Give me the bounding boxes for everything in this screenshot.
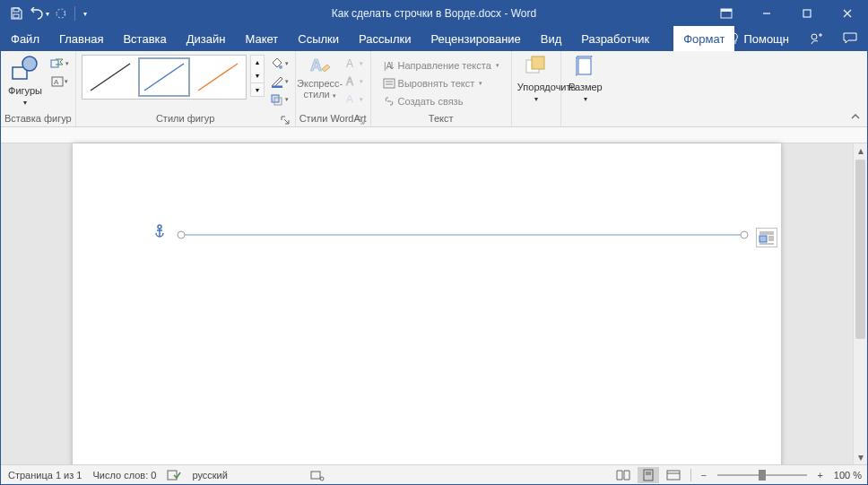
dialog-launcher-icon[interactable]	[280, 114, 291, 126]
shape-fill-button[interactable]: ▾	[270, 55, 290, 73]
group-label: Вставка фигур	[4, 112, 72, 126]
draw-textbox-button[interactable]: A▾	[49, 73, 69, 91]
svg-rect-0	[13, 8, 19, 12]
layout-options-button[interactable]	[756, 228, 777, 247]
title-bar: ▾ ▾ Как сделать строчки в Ворде.docx - W…	[1, 1, 867, 26]
tab-review[interactable]: Рецензирование	[421, 26, 530, 51]
align-text-button[interactable]: Выровнять текст▾	[380, 74, 502, 91]
vertical-scrollbar[interactable]: ▴ ▾	[853, 143, 867, 464]
group-arrange: Упорядочить▾	[512, 51, 561, 126]
horizontal-ruler[interactable]	[1, 127, 867, 143]
tell-me-button[interactable]: Помощн	[719, 32, 799, 46]
quick-access-toolbar: ▾ ▾	[1, 4, 97, 23]
group-text: |A Направление текста▾ Выровнять текст▾ …	[371, 51, 512, 126]
zoom-out-button[interactable]: −	[698, 467, 710, 483]
group-label: Стили фигур	[80, 112, 291, 126]
gallery-row-down-button[interactable]: ▾	[251, 69, 264, 82]
spellcheck-status[interactable]	[167, 469, 181, 481]
svg-rect-14	[51, 60, 58, 67]
edit-shape-button[interactable]: ▾	[49, 55, 69, 73]
shape-style-item[interactable]	[192, 57, 244, 97]
text-effects-button[interactable]: A▾	[344, 91, 364, 108]
maximize-button[interactable]	[786, 1, 827, 26]
page[interactable]	[73, 143, 781, 464]
svg-point-38	[178, 231, 185, 238]
svg-rect-33	[578, 58, 591, 74]
share-button[interactable]	[799, 26, 833, 51]
print-layout-button[interactable]	[638, 467, 659, 483]
scroll-thumb[interactable]	[855, 160, 865, 339]
tab-insert[interactable]: Вставка	[113, 26, 176, 51]
close-button[interactable]	[827, 1, 867, 26]
tab-mailings[interactable]: Рассылки	[349, 26, 421, 51]
svg-rect-3	[721, 9, 732, 12]
arrange-button[interactable]: Упорядочить▾	[517, 55, 555, 103]
svg-rect-40	[760, 236, 767, 242]
tab-home[interactable]: Главная	[49, 26, 113, 51]
shape-effects-button[interactable]: ▾	[270, 91, 290, 108]
group-size: Размер▾	[561, 51, 610, 126]
dialog-launcher-icon[interactable]	[355, 114, 367, 126]
undo-button[interactable]	[28, 4, 48, 23]
gallery-more-button[interactable]: ▾	[251, 82, 264, 96]
wordart-quick-styles-button[interactable]: A Экспресс- стили ▾	[301, 55, 339, 100]
scroll-down-button[interactable]: ▾	[854, 450, 867, 464]
svg-text:A: A	[346, 75, 353, 88]
tab-design[interactable]: Дизайн	[177, 26, 236, 51]
language-status[interactable]: русский	[192, 470, 227, 481]
read-mode-button[interactable]	[612, 467, 634, 483]
shape-styles-gallery[interactable]	[82, 55, 247, 100]
collapse-ribbon-button[interactable]	[847, 108, 864, 125]
tab-view[interactable]: Вид	[531, 26, 572, 51]
shape-style-item[interactable]	[138, 57, 190, 97]
tab-file[interactable]: Файл	[1, 26, 49, 51]
svg-text:A: A	[346, 93, 353, 106]
tab-references[interactable]: Ссылки	[288, 26, 349, 51]
zoom-level[interactable]: 100 %	[834, 470, 862, 481]
tab-developer[interactable]: Разработчик	[571, 26, 659, 51]
gallery-row-up-button[interactable]: ▴	[251, 56, 264, 69]
selected-line-shape[interactable]	[176, 230, 750, 240]
svg-text:A: A	[310, 56, 322, 74]
macro-record-status[interactable]	[310, 469, 325, 481]
comments-button[interactable]	[833, 26, 867, 51]
group-label: Стили WordArt	[299, 112, 367, 126]
zoom-slider[interactable]	[717, 467, 807, 483]
ribbon-tabs: Файл Главная Вставка Дизайн Макет Ссылки…	[1, 26, 867, 51]
svg-rect-48	[311, 472, 320, 479]
tab-layout[interactable]: Макет	[235, 26, 288, 51]
status-bar: Страница 1 из 1 Число слов: 0 русский − …	[1, 464, 867, 484]
svg-rect-32	[532, 56, 544, 69]
minimize-button[interactable]	[746, 1, 786, 26]
svg-point-39	[741, 231, 748, 238]
page-number-status[interactable]: Страница 1 из 1	[8, 470, 82, 481]
word-count-status[interactable]: Число слов: 0	[92, 470, 156, 481]
scroll-up-button[interactable]: ▴	[854, 143, 867, 158]
text-fill-button[interactable]: A▾	[344, 55, 364, 73]
shape-outline-button[interactable]: ▾	[270, 73, 290, 91]
text-outline-button[interactable]: A▾	[344, 73, 364, 91]
svg-text:A: A	[54, 78, 59, 86]
shape-style-item[interactable]	[84, 57, 136, 97]
svg-point-34	[158, 225, 161, 229]
group-insert-shapes: Фигуры▾ ▾ A▾ Вставка фигур	[1, 51, 76, 126]
ribbon-display-options-button[interactable]	[706, 1, 746, 26]
svg-point-13	[22, 56, 37, 71]
zoom-in-button[interactable]: +	[814, 467, 827, 483]
svg-rect-28	[384, 79, 395, 88]
svg-rect-21	[272, 95, 279, 102]
redo-button[interactable]	[51, 4, 71, 23]
web-layout-button[interactable]	[663, 467, 684, 483]
svg-rect-53	[667, 471, 680, 480]
group-label: Текст	[375, 112, 508, 126]
text-direction-button[interactable]: |A Направление текста▾	[380, 56, 502, 74]
svg-line-18	[144, 64, 184, 91]
create-link-button[interactable]: Создать связь	[380, 92, 502, 109]
svg-point-49	[320, 477, 324, 481]
size-button[interactable]: Размер▾	[567, 55, 604, 103]
shapes-gallery-button[interactable]: Фигуры▾	[6, 55, 44, 107]
qat-customize-button[interactable]: ▾	[79, 4, 91, 23]
svg-rect-1	[13, 14, 19, 18]
save-button[interactable]	[6, 4, 26, 23]
svg-line-17	[91, 64, 130, 91]
